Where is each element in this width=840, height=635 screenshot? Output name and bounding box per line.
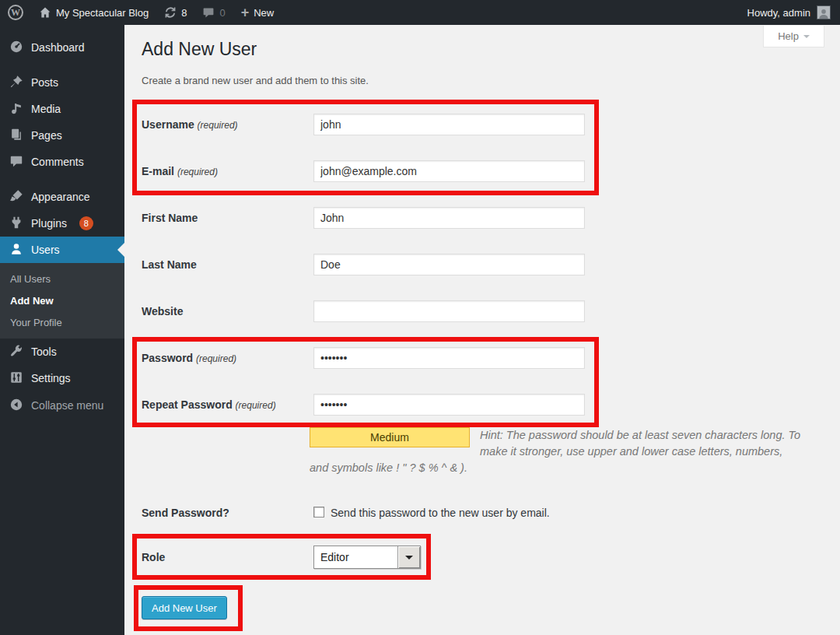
- sidebar-item-dashboard[interactable]: Dashboard: [0, 34, 124, 61]
- first-name-input[interactable]: [313, 207, 585, 229]
- submenu-item-your-profile[interactable]: Your Profile: [0, 312, 124, 334]
- sliders-icon: [9, 370, 23, 387]
- wordpress-logo-icon: W: [8, 5, 23, 20]
- page-subtitle: Create a brand new user and add them to …: [142, 75, 369, 86]
- site-name-menu[interactable]: My Spectacular Blog: [31, 0, 156, 25]
- home-icon: [39, 6, 51, 19]
- help-label: Help: [778, 30, 799, 42]
- role-row: Role Editor: [142, 546, 453, 569]
- submenu-item-all-users[interactable]: All Users: [0, 268, 124, 290]
- comments-menu[interactable]: 0: [194, 0, 233, 25]
- last-name-input[interactable]: [313, 254, 585, 275]
- send-password-label: Send Password?: [142, 503, 229, 522]
- first-name-label: First Name: [142, 207, 198, 229]
- sidebar-item-appearance[interactable]: Appearance: [0, 184, 124, 210]
- chevron-down-icon: [803, 35, 810, 41]
- help-button[interactable]: Help: [763, 26, 824, 47]
- email-input[interactable]: [313, 160, 585, 182]
- sidebar-item-label: Collapse menu: [31, 399, 103, 412]
- role-selected-value: Editor: [314, 546, 397, 568]
- main-content: Help Add New User Create a brand new use…: [124, 25, 840, 635]
- plus-icon: +: [241, 0, 250, 25]
- sidebar-item-label: Dashboard: [31, 41, 85, 54]
- last-name-row: Last Name: [142, 254, 717, 275]
- repeat-password-input[interactable]: [313, 394, 585, 416]
- send-password-row: Send Password? Send this password to the…: [142, 503, 717, 522]
- username-row: Username (required): [142, 114, 717, 135]
- send-password-checkbox-label: Send this password to the new user by em…: [331, 503, 550, 522]
- sidebar-item-comments[interactable]: Comments: [0, 149, 124, 175]
- username-input[interactable]: [313, 114, 585, 135]
- dashboard-icon: [9, 40, 23, 56]
- chevron-down-icon: [405, 556, 413, 563]
- comment-count: 0: [219, 7, 225, 19]
- sidebar-item-posts[interactable]: Posts: [0, 69, 124, 96]
- sidebar-item-tools[interactable]: Tools: [0, 339, 124, 365]
- wp-logo-menu[interactable]: W: [0, 0, 31, 25]
- avatar[interactable]: [817, 5, 831, 19]
- sidebar: Dashboard Posts Media Pages Comments App…: [0, 25, 124, 635]
- first-name-row: First Name: [142, 207, 717, 229]
- collapse-arrow-icon: [9, 398, 23, 414]
- sidebar-item-collapse-menu[interactable]: Collapse menu: [0, 392, 124, 419]
- username-label: Username (required): [142, 114, 238, 136]
- repeat-password-row: Repeat Password (required): [142, 394, 717, 416]
- submenu-item-add-new[interactable]: Add New: [0, 290, 124, 312]
- dropdown-arrow-button[interactable]: [397, 546, 420, 568]
- sidebar-item-users[interactable]: Users: [0, 237, 124, 263]
- plugin-update-badge: 8: [79, 216, 93, 230]
- sidebar-item-label: Posts: [31, 76, 58, 89]
- website-label: Website: [142, 300, 183, 322]
- music-note-icon: [9, 101, 23, 118]
- admin-bar: W My Spectacular Blog 8 0 + New Howdy, a…: [0, 0, 840, 25]
- pushpin-icon: [9, 75, 23, 91]
- new-label: New: [254, 7, 274, 19]
- role-select[interactable]: Editor: [313, 546, 421, 569]
- plug-icon: [9, 216, 23, 232]
- send-password-checkbox[interactable]: [313, 507, 324, 517]
- update-count: 8: [181, 7, 187, 19]
- password-label: Password (required): [142, 347, 236, 370]
- sidebar-item-label: Media: [31, 103, 61, 115]
- updates-icon: [164, 6, 177, 19]
- wrench-icon: [9, 344, 23, 360]
- page-title: Add New User: [142, 39, 257, 60]
- repeat-password-label: Repeat Password (required): [142, 394, 276, 416]
- last-name-label: Last Name: [142, 254, 197, 275]
- sidebar-item-media[interactable]: Media: [0, 96, 124, 122]
- paintbrush-icon: [9, 189, 23, 205]
- sidebar-item-label: Comments: [31, 156, 84, 168]
- howdy-text[interactable]: Howdy, admin: [747, 7, 810, 19]
- new-menu[interactable]: + New: [233, 0, 282, 25]
- password-row: Password (required): [142, 347, 717, 369]
- sidebar-item-label: Tools: [31, 346, 57, 358]
- role-label: Role: [142, 546, 165, 569]
- comment-bubble-icon: [9, 154, 23, 170]
- user-icon: [9, 242, 23, 258]
- password-input[interactable]: [313, 347, 585, 369]
- email-label: E-mail (required): [142, 160, 218, 183]
- email-row: E-mail (required): [142, 160, 717, 182]
- current-menu-arrow: [117, 243, 124, 257]
- sidebar-item-pages[interactable]: Pages: [0, 122, 124, 149]
- add-new-user-button[interactable]: Add New User: [142, 596, 227, 619]
- password-strength-block: Medium Hint: The password should be at l…: [310, 427, 803, 476]
- sidebar-item-settings[interactable]: Settings: [0, 365, 124, 391]
- users-submenu: All Users Add New Your Profile: [0, 263, 124, 339]
- pages-icon: [9, 128, 23, 144]
- password-strength-meter: Medium: [310, 427, 470, 447]
- website-input[interactable]: [313, 300, 585, 322]
- sidebar-item-label: Pages: [31, 129, 62, 142]
- updates-menu[interactable]: 8: [156, 0, 194, 25]
- website-row: Website: [142, 300, 717, 322]
- site-name: My Spectacular Blog: [56, 7, 149, 19]
- sidebar-item-label: Plugins: [31, 217, 67, 230]
- sidebar-item-label: Users: [31, 244, 60, 256]
- sidebar-item-label: Appearance: [31, 191, 90, 203]
- sidebar-item-label: Settings: [31, 372, 71, 384]
- sidebar-item-plugins[interactable]: Plugins 8: [0, 210, 124, 237]
- comment-bubble-icon: [202, 6, 215, 19]
